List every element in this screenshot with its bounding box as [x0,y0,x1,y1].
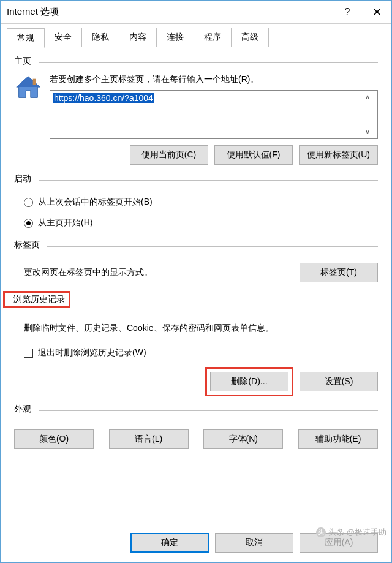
homepage-label: 主页 [14,56,31,67]
use-default-button[interactable]: 使用默认值(F) [214,145,293,165]
radio-last-label: 从上次会话中的标签页开始(B) [38,197,153,208]
group-history: 浏览历史记录 [14,291,378,311]
dialog-window: Internet 选项 ? ✕ 常规 安全 隐私 内容 连接 程序 高级 主页 … [0,0,392,563]
tabs-label: 标签页 [14,240,40,251]
group-appearance: 外观 [14,404,378,417]
group-startup: 启动 [14,173,378,187]
tab-security[interactable]: 安全 [44,28,82,47]
delete-button[interactable]: 删除(D)... [210,372,288,391]
cancel-button[interactable]: 取消 [215,533,293,553]
use-newtab-button[interactable]: 使用新标签页(U) [299,145,378,165]
tab-advanced[interactable]: 高级 [231,28,269,47]
group-homepage: 主页 [14,56,378,69]
help-button[interactable]: ? [333,1,362,24]
watermark: 头 头条 @极速手助 [316,527,386,538]
startup-label: 启动 [14,173,31,184]
history-label: 浏览历史记录 [3,291,70,308]
radio-home-label: 从主页开始(H) [38,217,92,229]
fonts-button[interactable]: 字体(N) [203,429,283,449]
radio-icon [24,219,33,228]
radio-homepage[interactable]: 从主页开始(H) [14,217,378,229]
homepage-url-value: https://hao.360.cn/?a1004 [53,93,154,103]
languages-button[interactable]: 语言(L) [109,429,189,449]
tabs-button[interactable]: 标签页(T) [300,263,378,282]
tab-panel: 主页 若要创建多个主页标签页，请在每行输入一个地址(R)。 https://ha… [1,47,391,524]
svg-marker-1 [17,77,40,87]
colors-button[interactable]: 颜色(O) [14,429,94,449]
radio-icon [24,198,33,207]
textarea-scrollbar[interactable]: ∧∨ [365,93,376,136]
window-title: Internet 选项 [7,6,333,18]
homepage-url-input[interactable]: https://hao.360.cn/?a1004 ∧∨ [50,90,378,139]
watermark-text: 头条 @极速手助 [328,527,386,538]
appearance-label: 外观 [14,404,31,415]
radio-last-session[interactable]: 从上次会话中的标签页开始(B) [14,197,378,208]
homepage-hint: 若要创建多个主页标签页，请在每行输入一个地址(R)。 [50,74,378,85]
tab-content[interactable]: 内容 [119,28,157,47]
close-button[interactable]: ✕ [362,1,391,24]
delete-on-exit-label: 退出时删除浏览历史记录(W) [38,347,146,358]
titlebar: Internet 选项 ? ✕ [1,1,391,24]
svg-rect-2 [33,79,36,85]
tab-connections[interactable]: 连接 [156,28,194,47]
tab-programs[interactable]: 程序 [194,28,232,47]
tab-privacy[interactable]: 隐私 [81,28,119,47]
home-icon [14,74,42,102]
history-hint: 删除临时文件、历史记录、Cookie、保存的密码和网页表单信息。 [24,323,378,334]
history-settings-button[interactable]: 设置(S) [300,372,378,391]
ok-button[interactable]: 确定 [130,533,209,553]
group-tabs: 标签页 [14,240,378,253]
tabs-hint: 更改网页在标签页中的显示方式。 [24,267,153,278]
accessibility-button[interactable]: 辅助功能(E) [298,429,378,449]
tab-general[interactable]: 常规 [7,28,45,48]
use-current-button[interactable]: 使用当前页(C) [130,145,208,165]
tab-strip: 常规 安全 隐私 内容 连接 程序 高级 [1,24,391,47]
watermark-icon: 头 [316,527,326,537]
checkbox-icon [24,349,33,358]
delete-on-exit-checkbox[interactable]: 退出时删除浏览历史记录(W) [14,347,378,358]
